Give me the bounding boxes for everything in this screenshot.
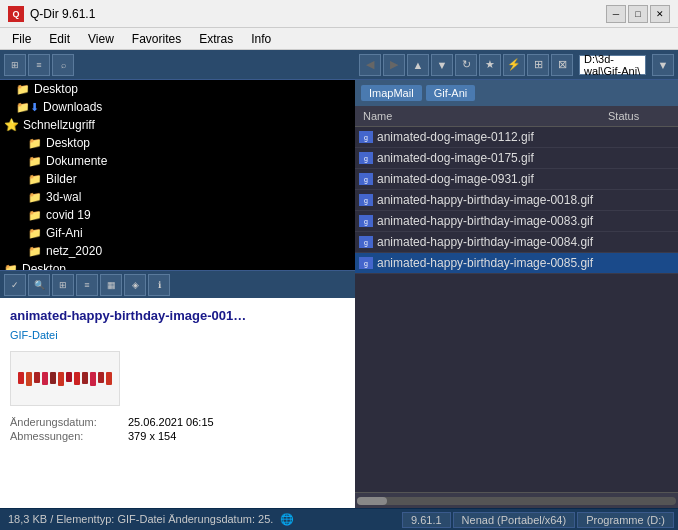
globe-icon: 🌐 <box>280 513 294 525</box>
folder-blue-icon: 📁⬇ <box>16 101 39 114</box>
gif-file-icon: g <box>359 173 373 185</box>
history-button[interactable]: ▼ <box>431 54 453 76</box>
change-date-value: 25.06.2021 06:15 <box>128 416 214 428</box>
status-left-label: 18,3 KB / Elementtyp: GIF-Datei Änderung… <box>8 513 273 525</box>
file-list: ganimated-dog-image-0112.gifganimated-do… <box>355 127 678 492</box>
tree-item-desktop-bottom[interactable]: 📁Desktop <box>0 260 355 270</box>
scroll-track[interactable] <box>357 497 676 505</box>
tree-item-downloads[interactable]: 📁⬇Downloads <box>0 98 355 116</box>
gif-file-icon: g <box>359 194 373 206</box>
right-panel: ◀ ▶ ▲ ▼ ↻ ★ ⚡ ⊞ ⊠ D:\3d-wal\Gif-Ani\ ▼ I… <box>355 50 678 508</box>
menu-item-extras[interactable]: Extras <box>191 30 241 48</box>
change-date-row: Änderungsdatum: 25.06.2021 06:15 <box>10 416 345 428</box>
path-display: D:\3d-wal\Gif-Ani\ <box>584 53 641 77</box>
file-row[interactable]: ganimated-happy-birthday-image-0018.gif <box>355 190 678 211</box>
tree-item-label: Gif-Ani <box>46 226 83 240</box>
folder-yellow-icon: 📁 <box>28 191 42 204</box>
status-text-left: 18,3 KB / Elementtyp: GIF-Datei Änderung… <box>0 513 398 526</box>
folder-yellow-icon: 📁 <box>28 137 42 150</box>
toolbar-icon2[interactable]: ⚡ <box>503 54 525 76</box>
status-bar: 18,3 KB / Elementtyp: GIF-Datei Änderung… <box>0 508 678 530</box>
path-dropdown[interactable]: ▼ <box>652 54 674 76</box>
tree-item-label: Desktop <box>34 82 78 96</box>
app-title: Q-Dir 9.61.1 <box>30 7 95 21</box>
tree-item-3d-wal[interactable]: 📁3d-wal <box>0 188 355 206</box>
forward-button[interactable]: ▶ <box>383 54 405 76</box>
status-right: 9.61.1Nenad (Portabel/x64)Programme (D:) <box>398 512 678 528</box>
menu-item-view[interactable]: View <box>80 30 122 48</box>
tree-item-quickaccess[interactable]: ⭐Schnellzugriff <box>0 116 355 134</box>
status-button[interactable]: Nenad (Portabel/x64) <box>453 512 576 528</box>
file-row[interactable]: ganimated-happy-birthday-image-0084.gif <box>355 232 678 253</box>
status-button[interactable]: Programme (D:) <box>577 512 674 528</box>
menu-bar: FileEditViewFavoritesExtrasInfo <box>0 28 678 50</box>
menu-item-info[interactable]: Info <box>243 30 279 48</box>
tree-item-desktop-top[interactable]: 📁Desktop <box>0 80 355 98</box>
file-name: animated-happy-birthday-image-0085.gif <box>377 256 593 270</box>
folder-blue-icon: 📁 <box>4 263 18 271</box>
tree-item-bilder[interactable]: 📁Bilder <box>0 170 355 188</box>
toolbar-icon4[interactable]: ⊠ <box>551 54 573 76</box>
folder-yellow-icon: 📁 <box>28 173 42 186</box>
info-button[interactable]: ℹ <box>148 274 170 296</box>
folder-blue-icon: 📁 <box>16 83 30 96</box>
path-bar[interactable]: D:\3d-wal\Gif-Ani\ <box>579 55 646 75</box>
left-toolbar: ⊞ ≡ ⌕ <box>0 50 355 80</box>
toolbar-icon3[interactable]: ⊞ <box>527 54 549 76</box>
bottom-toolbar: ✓ 🔍 ⊞ ≡ ▦ ◈ ℹ <box>0 270 355 298</box>
view-toggle-button[interactable]: ⊞ <box>52 274 74 296</box>
column-status-header[interactable]: Status <box>604 108 674 124</box>
search-folder-button[interactable]: 🔍 <box>28 274 50 296</box>
tree-item-label: Downloads <box>43 100 102 114</box>
search-button[interactable]: ⌕ <box>52 54 74 76</box>
column-name-header[interactable]: Name <box>359 108 604 124</box>
dimensions-value: 379 x 154 <box>128 430 176 442</box>
app-icon: Q <box>8 6 24 22</box>
gif-file-icon: g <box>359 131 373 143</box>
dimensions-label: Abmessungen: <box>10 430 120 442</box>
breadcrumb-gif-ani[interactable]: Gif-Ani <box>426 85 476 101</box>
file-name: animated-dog-image-0112.gif <box>377 130 534 144</box>
file-list-header: Name Status <box>355 106 678 127</box>
up-button[interactable]: ▲ <box>407 54 429 76</box>
menu-item-edit[interactable]: Edit <box>41 30 78 48</box>
tree-item-label: Desktop <box>46 136 90 150</box>
window-controls[interactable]: ─ □ ✕ <box>606 5 670 23</box>
tree-item-gif-ani[interactable]: 📁Gif-Ani <box>0 224 355 242</box>
tree-item-label: Desktop <box>22 262 66 270</box>
filter-button[interactable]: ◈ <box>124 274 146 296</box>
preview-filetype: GIF-Datei <box>10 329 345 341</box>
folder-yellow-icon: 📁 <box>28 245 42 258</box>
file-row[interactable]: ganimated-dog-image-0175.gif <box>355 148 678 169</box>
tree-item-covid19[interactable]: 📁covid 19 <box>0 206 355 224</box>
grid-view-button[interactable]: ⊞ <box>4 54 26 76</box>
close-button[interactable]: ✕ <box>650 5 670 23</box>
list-button[interactable]: ≡ <box>76 274 98 296</box>
tree-item-desktop-sub[interactable]: 📁Desktop <box>0 134 355 152</box>
tree-item-dokumente[interactable]: 📁Dokumente <box>0 152 355 170</box>
preview-filename: animated-happy-birthday-image-001… <box>10 308 345 323</box>
back-button[interactable]: ◀ <box>359 54 381 76</box>
toolbar-icon1[interactable]: ★ <box>479 54 501 76</box>
breadcrumb-imapmail[interactable]: ImapMail <box>361 85 422 101</box>
minimize-button[interactable]: ─ <box>606 5 626 23</box>
file-row[interactable]: ganimated-happy-birthday-image-0083.gif <box>355 211 678 232</box>
file-row[interactable]: ganimated-dog-image-0931.gif <box>355 169 678 190</box>
maximize-button[interactable]: □ <box>628 5 648 23</box>
menu-item-favorites[interactable]: Favorites <box>124 30 189 48</box>
dimensions-row: Abmessungen: 379 x 154 <box>10 430 345 442</box>
refresh-button[interactable]: ↻ <box>455 54 477 76</box>
status-button[interactable]: 9.61.1 <box>402 512 451 528</box>
star-icon: ⭐ <box>4 118 19 132</box>
file-row[interactable]: ganimated-dog-image-0112.gif <box>355 127 678 148</box>
menu-item-file[interactable]: File <box>4 30 39 48</box>
tree-item-label: Dokumente <box>46 154 107 168</box>
check-button[interactable]: ✓ <box>4 274 26 296</box>
folder-yellow-icon: 📁 <box>28 209 42 222</box>
detail-button[interactable]: ▦ <box>100 274 122 296</box>
tree-item-netz2020[interactable]: 📁netz_2020 <box>0 242 355 260</box>
scroll-thumb[interactable] <box>357 497 387 505</box>
file-row[interactable]: ganimated-happy-birthday-image-0085.gif <box>355 253 678 274</box>
right-scrollbar[interactable] <box>355 492 678 508</box>
detail-view-button[interactable]: ≡ <box>28 54 50 76</box>
